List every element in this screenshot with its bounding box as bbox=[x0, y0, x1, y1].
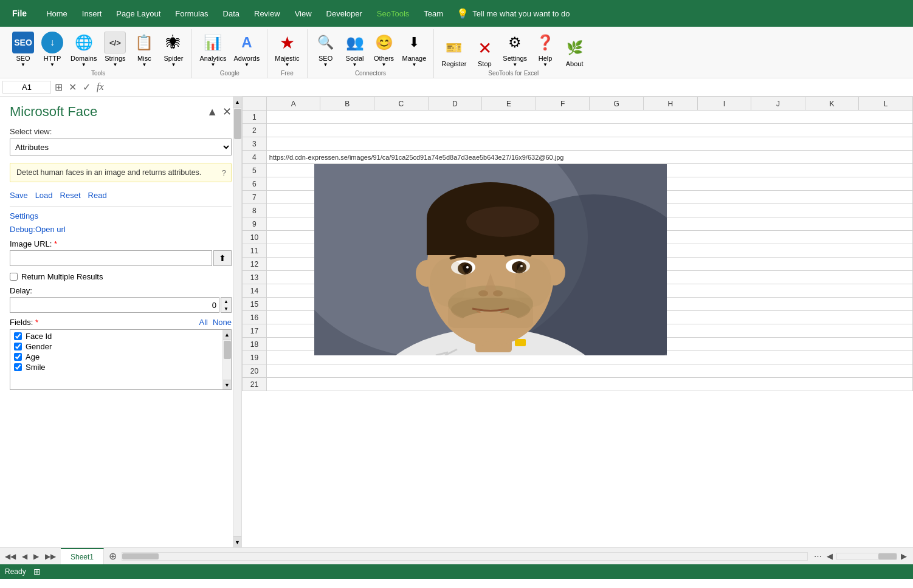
settings-link[interactable]: Settings bbox=[10, 211, 38, 220]
fields-none-link[interactable]: None bbox=[213, 318, 232, 327]
ribbon-majestic[interactable]: ★ Majestic ▼ bbox=[272, 30, 301, 69]
field-age-checkbox[interactable] bbox=[14, 353, 22, 361]
col-header-k[interactable]: K bbox=[805, 97, 859, 111]
col-header-e[interactable]: E bbox=[482, 97, 536, 111]
fields-scroll-up-btn[interactable]: ▲ bbox=[223, 330, 231, 340]
sheet-scroll-right-btn[interactable]: ▶ bbox=[900, 550, 908, 562]
cell-a20[interactable] bbox=[266, 364, 912, 378]
cell-a4[interactable]: https://d.cdn-expressen.se/images/91/ca/… bbox=[266, 151, 912, 164]
col-header-g[interactable]: G bbox=[590, 97, 644, 111]
ribbon-settings[interactable]: ⚙ Settings ▼ bbox=[500, 30, 529, 69]
ribbon-misc[interactable]: 📋 Misc ▼ bbox=[131, 30, 157, 69]
row-header-13: 13 bbox=[243, 271, 267, 284]
col-header-f[interactable]: F bbox=[536, 97, 590, 111]
ribbon-register-label: Register bbox=[441, 60, 466, 67]
sheet-nav-prev[interactable]: ◀ bbox=[19, 551, 30, 562]
col-header-l[interactable]: L bbox=[859, 97, 913, 111]
ribbon-others[interactable]: 😊 Others ▼ bbox=[371, 30, 398, 69]
col-header-j[interactable]: J bbox=[751, 97, 805, 111]
sidebar-scroll-down-btn[interactable]: ▼ bbox=[233, 536, 241, 547]
reset-link[interactable]: Reset bbox=[60, 191, 81, 200]
col-header-b[interactable]: B bbox=[320, 97, 374, 111]
ribbon-manage[interactable]: ⬇ Manage ▼ bbox=[400, 30, 429, 69]
menu-team[interactable]: Team bbox=[416, 0, 450, 27]
ribbon-adwords[interactable]: A Adwords ▼ bbox=[231, 30, 262, 69]
sidebar-scroll-up-btn[interactable]: ▲ bbox=[233, 97, 241, 108]
menu-formulas[interactable]: Formulas bbox=[168, 0, 215, 27]
formula-confirm-icon[interactable]: ✓ bbox=[81, 80, 92, 94]
sidebar-scroll-up-icon[interactable]: ▲ bbox=[207, 106, 218, 118]
formula-bar: ⊞ ✕ ✓ fx bbox=[0, 78, 913, 97]
cell-reference[interactable] bbox=[2, 81, 51, 94]
h-scrollbar-right[interactable] bbox=[836, 553, 897, 560]
cell-a3[interactable] bbox=[266, 137, 912, 151]
sidebar-scrollbar[interactable]: ▲ ▼ bbox=[233, 97, 241, 547]
load-link[interactable]: Load bbox=[35, 191, 53, 200]
save-link[interactable]: Save bbox=[10, 191, 28, 200]
spreadsheet-wrapper[interactable]: A B C D E F G H I J K L bbox=[242, 97, 913, 547]
image-url-input[interactable] bbox=[10, 250, 212, 266]
ribbon-help[interactable]: ❓ Help ▼ bbox=[532, 30, 559, 69]
ribbon-stop[interactable]: ✕ Stop bbox=[471, 36, 498, 69]
menu-insert[interactable]: Insert bbox=[75, 0, 109, 27]
sheet-scroll-left-btn[interactable]: ◀ bbox=[825, 550, 834, 562]
ribbon-analytics[interactable]: 📊 Analytics ▼ bbox=[197, 30, 229, 69]
delay-input[interactable]: 0 bbox=[10, 297, 219, 313]
ribbon-register[interactable]: 🎫 Register bbox=[439, 36, 469, 69]
col-header-i[interactable]: I bbox=[697, 97, 751, 111]
sheet-nav-next[interactable]: ▶ bbox=[31, 551, 41, 562]
delay-up-button[interactable]: ▲ bbox=[221, 298, 231, 305]
tell-me-bar[interactable]: 💡 Tell me what you want to do bbox=[456, 8, 570, 19]
fields-all-link[interactable]: All bbox=[199, 318, 207, 327]
col-header-d[interactable]: D bbox=[428, 97, 482, 111]
h-scrollbar[interactable] bbox=[122, 552, 808, 561]
image-url-picker-button[interactable]: ⬆ bbox=[213, 250, 232, 266]
menu-view[interactable]: View bbox=[288, 0, 319, 27]
ribbon-strings[interactable]: </> Strings ▼ bbox=[102, 30, 128, 69]
formula-expand-icon[interactable]: ⊞ bbox=[53, 80, 64, 94]
col-header-a[interactable]: A bbox=[266, 97, 320, 111]
sheet-nav-last[interactable]: ▶▶ bbox=[43, 551, 58, 562]
field-gender-checkbox[interactable] bbox=[14, 343, 22, 350]
menu-page-layout[interactable]: Page Layout bbox=[109, 0, 168, 27]
ribbon-group-google: 📊 Analytics ▼ A Adwords ▼ Google bbox=[192, 29, 267, 78]
menu-review[interactable]: Review bbox=[247, 0, 288, 27]
row-header-12: 12 bbox=[243, 258, 267, 271]
sheet-tab-sheet1[interactable]: Sheet1 bbox=[61, 548, 104, 564]
delay-down-button[interactable]: ▼ bbox=[221, 305, 231, 312]
debug-link[interactable]: Debug:Open url bbox=[10, 225, 66, 234]
field-smile-checkbox[interactable] bbox=[14, 363, 22, 371]
formula-cancel-icon[interactable]: ✕ bbox=[67, 80, 78, 94]
col-header-c[interactable]: C bbox=[374, 97, 429, 111]
fields-scroll-down-btn[interactable]: ▼ bbox=[223, 380, 231, 389]
menu-developer[interactable]: Developer bbox=[319, 0, 370, 27]
field-face-id-checkbox[interactable] bbox=[14, 332, 22, 340]
sidebar-close-icon[interactable]: ✕ bbox=[222, 105, 232, 118]
menu-data[interactable]: Data bbox=[216, 0, 247, 27]
ribbon-social[interactable]: 👥 Social ▼ bbox=[342, 30, 368, 69]
formula-fx-icon[interactable]: fx bbox=[95, 80, 105, 94]
ribbon-spider[interactable]: 🕷 Spider ▼ bbox=[160, 30, 187, 69]
read-link[interactable]: Read bbox=[88, 191, 107, 200]
ribbon-http[interactable]: ↓ HTTP ▼ bbox=[39, 30, 66, 69]
sheet-nav-first[interactable]: ◀◀ bbox=[2, 551, 18, 562]
sheet-options-btn[interactable]: ⋯ bbox=[813, 550, 823, 562]
ribbon-about-label: About bbox=[566, 60, 584, 67]
cell-a21[interactable] bbox=[266, 378, 912, 391]
select-view-dropdown[interactable]: Attributes bbox=[10, 138, 232, 156]
ribbon-seo2[interactable]: 🔍 SEO ▼ bbox=[312, 30, 339, 69]
col-header-h[interactable]: H bbox=[644, 97, 698, 111]
file-menu[interactable]: File bbox=[0, 0, 39, 27]
menu-seotools[interactable]: SeoTools bbox=[370, 0, 416, 27]
cell-a2[interactable] bbox=[266, 124, 912, 137]
cell-a1[interactable] bbox=[266, 111, 912, 124]
return-multiple-checkbox[interactable] bbox=[10, 273, 18, 281]
ribbon-seo[interactable]: SEO SEO ▼ bbox=[10, 30, 36, 69]
fields-scrollbar[interactable]: ▲ ▼ bbox=[222, 330, 231, 389]
sheet-add-button[interactable]: ⊕ bbox=[104, 548, 122, 564]
menu-home[interactable]: Home bbox=[39, 0, 75, 27]
ribbon-domains[interactable]: 🌐 Domains ▼ bbox=[68, 30, 99, 69]
ribbon-about[interactable]: 🌿 About bbox=[561, 36, 588, 69]
info-help-icon[interactable]: ? bbox=[222, 168, 226, 177]
formula-input[interactable] bbox=[108, 81, 911, 93]
